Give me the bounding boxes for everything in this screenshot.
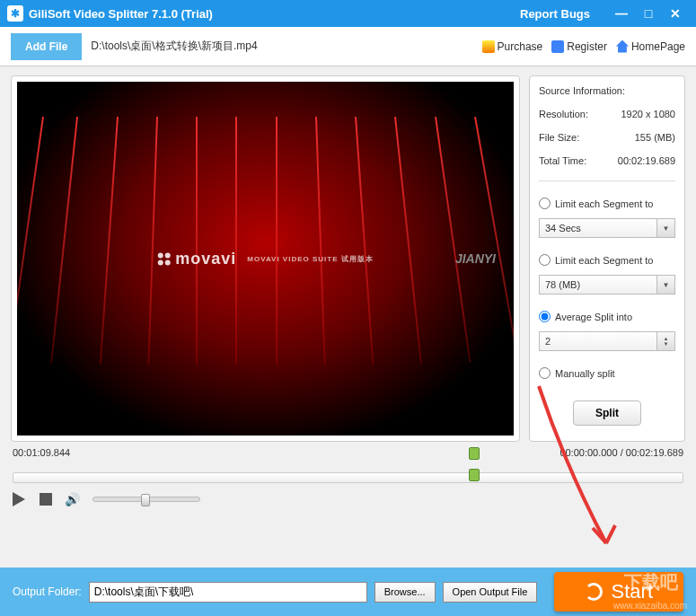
split-button[interactable]: Split [573,400,641,426]
playback-controls: 🔊 [0,485,696,519]
resolution-row: Resolution:1920 x 1080 [539,105,675,123]
average-split-spinner[interactable]: 2▲▼ [539,331,675,351]
manual-split-radio[interactable]: Manually split [539,367,675,379]
timeline-area [0,458,696,485]
report-bugs-link[interactable]: Report Bugs [520,7,590,21]
loaded-file-path: D:\tools\桌面\格式转换\新项目.mp4 [91,39,472,54]
range-start-marker[interactable] [469,447,480,460]
limit-time-radio[interactable]: Limit each Segment to [539,198,675,209]
app-title: GiliSoft Video Splitter 7.1.0 (Trial) [29,7,213,21]
chevron-down-icon: ▼ [656,219,674,237]
purchase-link[interactable]: Purchase [482,40,543,53]
time-row: 00:01:09.844 00:00:00.000 / 00:02:19.689 [0,442,696,458]
toolbar: Add File D:\tools\桌面\格式转换\新项目.mp4 Purcha… [0,27,696,66]
minimize-button[interactable]: — [608,6,635,21]
current-time: 00:01:09.844 [13,447,70,458]
home-icon [616,40,629,53]
start-button[interactable]: Start [554,572,683,612]
homepage-link[interactable]: HomePage [616,40,685,53]
open-output-button[interactable]: Open Output File [443,582,538,603]
preview-content [17,117,514,365]
spinner-arrows-icon: ▲▼ [656,332,674,350]
main-area: movavi MOVAVI VIDEO SUITE 试用版本 JIANYI So… [0,66,696,442]
source-info-header: Source Information: [539,85,675,100]
play-button[interactable] [13,492,27,506]
totaltime-row: Total Time:00:02:19.689 [539,152,675,170]
volume-icon: 🔊 [65,492,80,506]
bottom-bar: Output Folder: Browse... Open Output Fil… [0,568,696,616]
browse-button[interactable]: Browse... [374,582,436,603]
close-button[interactable]: ✕ [662,6,689,21]
limit-time-dropdown[interactable]: 34 Secs▼ [539,218,675,238]
info-pane: Source Information: Resolution:1920 x 10… [529,75,685,442]
volume-thumb[interactable] [141,494,150,506]
stop-button[interactable] [40,493,52,506]
add-file-button[interactable]: Add File [11,33,82,60]
cart-icon [482,40,495,53]
maximize-button[interactable]: □ [635,6,662,21]
preview-watermark-right: JIANYI [455,251,496,266]
info-icon [551,40,564,53]
output-folder-label: Output Folder: [13,585,82,598]
app-logo-icon: ✱ [7,5,23,22]
divider [539,180,675,181]
range-end-marker[interactable] [469,469,480,481]
limit-size-radio[interactable]: Limit each Segment to [539,254,675,266]
volume-slider[interactable] [93,497,200,502]
filesize-row: File Size:155 (MB) [539,128,675,146]
video-preview[interactable]: movavi MOVAVI VIDEO SUITE 试用版本 JIANYI [17,82,514,436]
preview-pane: movavi MOVAVI VIDEO SUITE 试用版本 JIANYI [11,75,520,442]
timeline-track[interactable] [13,472,683,483]
preview-watermark: movavi MOVAVI VIDEO SUITE 试用版本 [157,250,374,268]
limit-size-dropdown[interactable]: 78 (MB)▼ [539,275,675,295]
average-split-radio[interactable]: Average Split into [539,311,675,322]
title-bar: ✱ GiliSoft Video Splitter 7.1.0 (Trial) … [0,0,696,27]
output-folder-input[interactable] [89,582,367,603]
chevron-down-icon: ▼ [656,276,674,294]
time-range: 00:00:00.000 / 00:02:19.689 [559,447,683,458]
register-link[interactable]: Register [551,40,607,53]
refresh-icon [585,583,603,601]
